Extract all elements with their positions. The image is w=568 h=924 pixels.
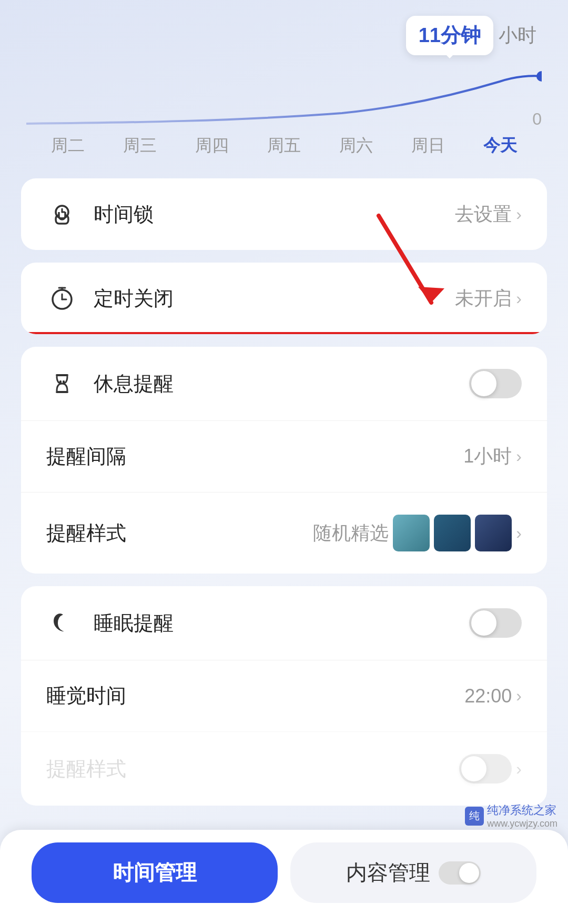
timer-icon: [46, 285, 78, 312]
thumb-3: [475, 515, 512, 551]
rest-toggle[interactable]: [469, 369, 522, 398]
sleep-time-item[interactable]: 睡觉时间 22:00 ›: [21, 660, 547, 731]
reminder-style-item[interactable]: 提醒样式 随机精选 ›: [21, 492, 547, 574]
time-lock-value: 去设置 ›: [455, 202, 522, 227]
timer-off-chevron: ›: [516, 289, 522, 308]
reminder-interval-chevron: ›: [516, 447, 522, 466]
day-today[interactable]: 今天: [464, 134, 536, 157]
rest-reminder-item[interactable]: 休息提醒: [21, 347, 547, 420]
chart-zero: 0: [532, 109, 542, 129]
time-management-tab[interactable]: 时间管理: [32, 842, 278, 903]
partial-label: 提醒样式: [46, 756, 459, 782]
time-lock-item[interactable]: 时间锁 去设置 ›: [21, 178, 547, 250]
svg-point-0: [536, 71, 542, 82]
red-underline: [21, 332, 547, 334]
watermark-icon: 纯: [465, 807, 484, 826]
day-fri: 周六: [320, 134, 392, 157]
svg-rect-14: [59, 380, 62, 385]
reminder-interval-value: 1小时 ›: [463, 444, 522, 469]
content-management-label: 内容管理: [346, 858, 430, 887]
time-lock-label: 时间锁: [94, 201, 455, 228]
time-lock-card: 时间锁 去设置 ›: [21, 178, 547, 250]
chart-header: 11分钟 小时: [26, 16, 542, 55]
timer-off-item[interactable]: 定时关闭 未开启 ›: [21, 263, 547, 334]
svg-point-4: [61, 217, 63, 219]
reminder-interval-item[interactable]: 提醒间隔 1小时 ›: [21, 420, 547, 492]
partial-toggle[interactable]: [459, 754, 512, 784]
chart-area: 11分钟 小时 0 周二 周三 周四 周五 周六 周日 今天: [0, 0, 568, 157]
content-management-tab[interactable]: 内容管理: [290, 842, 536, 903]
thumb-2: [434, 515, 471, 551]
day-tue: 周三: [104, 134, 176, 157]
sleep-reminder-card: 睡眠提醒 睡觉时间 22:00 › 提醒样式 ›: [21, 586, 547, 806]
rest-icon: [46, 370, 78, 397]
partial-item[interactable]: 提醒样式 ›: [21, 731, 547, 806]
thumb-1: [393, 515, 430, 551]
day-mon: 周二: [32, 134, 104, 157]
bottom-bar: 时间管理 内容管理: [0, 830, 568, 924]
timer-off-card: 定时关闭 未开启 ›: [21, 263, 547, 334]
timer-off-label: 定时关闭: [94, 285, 455, 312]
svg-rect-12: [56, 374, 68, 376]
time-lock-icon: [46, 200, 78, 228]
day-thu: 周五: [248, 134, 320, 157]
sleep-reminder-item[interactable]: 睡眠提醒: [21, 586, 547, 660]
hour-label: 小时: [499, 23, 536, 48]
sleep-toggle[interactable]: [469, 608, 522, 638]
sleep-time-value: 22:00 ›: [464, 685, 522, 707]
sleep-icon: [46, 609, 78, 637]
partial-value: ›: [459, 754, 522, 784]
timer-off-value: 未开启 ›: [455, 286, 522, 312]
content-tab-toggle: [439, 861, 481, 885]
sleep-reminder-label: 睡眠提醒: [94, 610, 469, 637]
day-labels: 周二 周三 周四 周五 周六 周日 今天: [26, 134, 542, 157]
day-wed: 周四: [176, 134, 248, 157]
reminder-interval-label: 提醒间隔: [46, 443, 463, 470]
rest-reminder-label: 休息提醒: [94, 370, 469, 397]
svg-rect-15: [63, 380, 65, 385]
cards-container: 时间锁 去设置 › 定时关闭 未开启 ›: [0, 178, 568, 806]
day-sat: 周日: [392, 134, 464, 157]
reminder-style-label: 提醒样式: [46, 520, 313, 547]
chart-line-area: 0: [26, 66, 542, 129]
sleep-time-chevron: ›: [516, 686, 522, 706]
svg-rect-13: [56, 391, 68, 393]
thumb-row: [393, 515, 512, 551]
reminder-style-value: 随机精选 ›: [313, 515, 522, 551]
sleep-time-label: 睡觉时间: [46, 682, 464, 709]
reminder-style-chevron: ›: [516, 524, 522, 543]
time-bubble: 11分钟: [406, 16, 493, 55]
time-lock-chevron: ›: [516, 205, 522, 224]
rest-sleep-card: 休息提醒 提醒间隔 1小时 › 提醒样式 随机精选 ›: [21, 347, 547, 574]
watermark: 纯 纯净系统之家 www.ycwjzy.com: [465, 802, 557, 829]
